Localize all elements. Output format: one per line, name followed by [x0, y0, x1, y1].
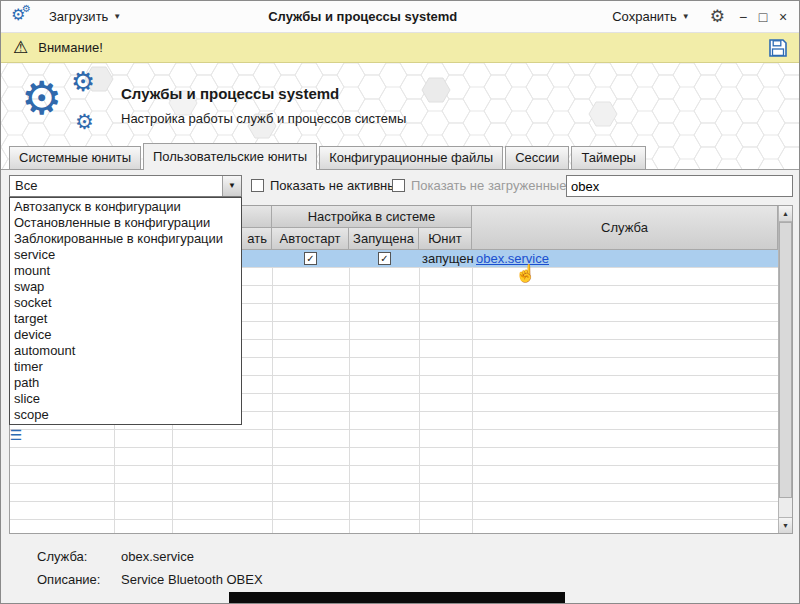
- warning-icon: ⚠: [13, 37, 28, 58]
- vertical-scrollbar[interactable]: ▲ ▼: [778, 206, 792, 533]
- scroll-up-icon[interactable]: ▲: [779, 206, 792, 222]
- app-logo-gears: ⚙ ⚙ ⚙: [15, 67, 119, 147]
- dropdown-item[interactable]: slice: [10, 391, 241, 407]
- tab-user-units[interactable]: Пользовательские юниты: [143, 143, 317, 170]
- dropdown-item[interactable]: socket: [10, 295, 241, 311]
- grid-line: [272, 250, 273, 533]
- window-title: Службы и процессы systemd: [127, 9, 598, 24]
- dropdown-item[interactable]: automount: [10, 343, 241, 359]
- show-inactive-label: Показать не активные: [270, 178, 404, 193]
- service-link[interactable]: obex.service: [476, 251, 549, 266]
- page-subtitle: Настройка работы служб и процессов систе…: [121, 111, 406, 126]
- list-view-icon[interactable]: ☰: [6, 425, 26, 445]
- dropdown-item[interactable]: Автозапуск в конфигурации: [10, 199, 241, 215]
- app-window: ⚙ ⚙ Загрузить ▼ Службы и процессы system…: [0, 0, 800, 604]
- dropdown-item[interactable]: scope: [10, 407, 241, 423]
- column-header-autostart[interactable]: Автостарт: [272, 228, 349, 250]
- gear-icon: ⚙: [22, 4, 31, 14]
- dropdown-item[interactable]: path: [10, 375, 241, 391]
- hand-cursor-icon: ☝: [515, 263, 536, 284]
- service-detail-value: obex.service: [121, 549, 194, 564]
- page-title: Службы и процессы systemd: [121, 85, 339, 102]
- dropdown-item[interactable]: swap: [10, 279, 241, 295]
- show-unloaded-checkbox[interactable]: [392, 179, 405, 192]
- unit-state-cell: запущен: [422, 251, 474, 266]
- show-unloaded-label: Показать не загруженные: [411, 178, 566, 193]
- app-gears-icon: ⚙ ⚙: [11, 6, 35, 28]
- description-detail-label: Описание:: [37, 572, 100, 587]
- titlebar: ⚙ ⚙ Загрузить ▼ Службы и процессы system…: [1, 1, 799, 33]
- settings-gear-icon[interactable]: ⚙: [710, 6, 725, 27]
- scrollbar-thumb[interactable]: [779, 222, 792, 498]
- scroll-down-icon[interactable]: ▼: [779, 517, 792, 533]
- maximize-button[interactable]: □: [753, 9, 773, 25]
- combobox-dropdown-icon[interactable]: ▼: [222, 176, 241, 196]
- gear-icon: ⚙: [21, 75, 62, 121]
- filter-dropdown-list: Автозапуск в конфигурации Остановленные …: [9, 197, 242, 425]
- description-detail-value: Service Bluetooth OBEX: [121, 572, 263, 587]
- chevron-down-icon: ▼: [682, 12, 690, 21]
- save-floppy-icon[interactable]: [767, 37, 789, 59]
- dropdown-item[interactable]: service: [10, 247, 241, 263]
- show-inactive-checkbox[interactable]: [251, 179, 264, 192]
- dropdown-item[interactable]: Заблокированные в конфигурации: [10, 231, 241, 247]
- grid-line: [472, 250, 473, 533]
- column-header-running[interactable]: Запущена: [349, 228, 419, 250]
- load-button[interactable]: Загрузить ▼: [43, 6, 127, 27]
- chevron-down-icon: ▼: [113, 12, 121, 21]
- tab-bar: Системные юниты Пользовательские юниты К…: [9, 143, 648, 170]
- dropdown-item[interactable]: device: [10, 327, 241, 343]
- tab-config-files[interactable]: Конфигурационные файлы: [319, 146, 503, 170]
- autostart-checkbox[interactable]: ✓: [304, 252, 317, 265]
- gear-icon: ⚙: [71, 69, 95, 96]
- warning-bar: ⚠ Внимание!: [1, 33, 799, 63]
- tab-sessions[interactable]: Сессии: [505, 146, 569, 170]
- save-button[interactable]: Сохранить ▼: [606, 6, 696, 27]
- window-controls: − □ ×: [733, 9, 793, 25]
- column-header-service[interactable]: Служба: [472, 206, 778, 250]
- load-button-label: Загрузить: [49, 9, 108, 24]
- filter-combobox[interactable]: Все ▼: [9, 175, 242, 197]
- minimize-button[interactable]: −: [733, 9, 753, 25]
- column-header-unit[interactable]: Юнит: [419, 228, 472, 250]
- running-checkbox[interactable]: ✓: [378, 252, 391, 265]
- dropdown-item[interactable]: target: [10, 311, 241, 327]
- tab-system-units[interactable]: Системные юниты: [9, 146, 141, 170]
- service-detail-label: Служба:: [37, 549, 87, 564]
- save-button-label: Сохранить: [612, 9, 677, 24]
- grid-line: [419, 250, 420, 533]
- gear-icon: ⚙: [75, 111, 94, 132]
- close-button[interactable]: ×: [773, 9, 793, 25]
- tab-timers[interactable]: Таймеры: [571, 146, 646, 170]
- header-group-system: Настройка в системе: [272, 206, 472, 228]
- bottom-dark-strip: [229, 592, 565, 603]
- search-input[interactable]: [566, 175, 793, 197]
- dropdown-item[interactable]: mount: [10, 263, 241, 279]
- dropdown-item[interactable]: Остановленные в конфигурации: [10, 215, 241, 231]
- grid-line: [349, 250, 350, 533]
- dropdown-item[interactable]: timer: [10, 359, 241, 375]
- warning-text: Внимание!: [38, 40, 103, 55]
- combobox-value: Все: [15, 178, 37, 193]
